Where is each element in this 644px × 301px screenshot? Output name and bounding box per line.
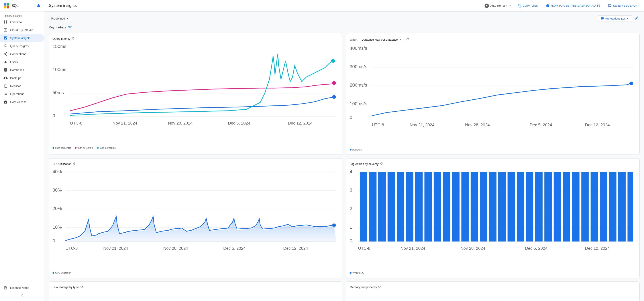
legend-warning: WARNING [350,271,364,274]
svg-text:Dec 12, 2024: Dec 12, 2024 [585,123,610,127]
query-latency-svg: 150ms 100ms 50ms 0 [52,42,339,144]
send-feedback-button[interactable]: SEND FEEDBACK [606,3,640,9]
how-to-use-button[interactable]: HOW TO USE THIS DASHBOARD [544,3,602,9]
legend-dot-postgres [350,149,352,151]
person-icon [4,60,8,64]
svg-rect-65 [360,172,367,241]
notification-bell-icon[interactable] [36,4,40,8]
legend-dot-50th [52,147,54,149]
svg-text:50ms: 50ms [52,90,64,95]
query-latency-refresh-icon[interactable] [72,37,75,41]
svg-text:Nov 28, 2024: Nov 28, 2024 [168,121,192,125]
sidebar-item-label-query-insights: Query insights [10,44,28,48]
svg-rect-67 [378,172,386,241]
legend-label-95th: 95th percentile [78,147,93,149]
svg-text:Dec 5, 2024: Dec 5, 2024 [228,121,250,125]
memory-components-refresh-icon[interactable] [378,285,381,289]
sidebar-item-cloud-sql-studio[interactable]: Cloud SQL Studio [0,26,44,34]
svg-rect-77 [470,172,478,241]
svg-rect-74 [443,172,450,241]
widget-label: Widget [350,38,357,41]
svg-point-16 [331,59,335,63]
annotations-button[interactable]: Annotations (1) [598,15,632,22]
sidebar-item-databases[interactable]: Databases [0,66,44,74]
svg-text:1: 1 [350,224,352,229]
sidebar-item-query-insights[interactable]: Query insights [0,42,44,50]
svg-rect-76 [462,172,469,241]
svg-rect-78 [480,172,487,241]
notes-icon [4,286,8,290]
predefined-button[interactable]: Predefined [49,16,72,22]
disk-storage-placeholder: Loading chart data... [52,291,339,301]
log-entries-refresh-icon[interactable] [380,162,383,166]
sidebar-item-connections[interactable]: Connections [0,50,44,58]
cpu-utilization-label: CPU utilization [52,162,72,166]
query-latency-label: Query latency [52,37,70,40]
auto-refresh-label: Auto Refresh [490,4,507,7]
svg-rect-68 [388,172,395,241]
svg-rect-92 [609,172,616,241]
sidebar-item-overview[interactable]: Overview [0,18,44,26]
memory-components-label: Memory components [350,285,376,289]
legend-50th: 50th percentile [52,147,71,149]
svg-text:200ms/s: 200ms/s [350,82,367,88]
svg-text:UTC-8: UTC-8 [372,123,384,127]
cpu-chart: 40% 30% 20% 10% 0 [52,168,339,270]
edit-button[interactable] [634,15,640,22]
sidebar-item-label-system-insights: System insights [10,36,30,40]
sidebar-item-release-notes[interactable]: Release Notes [0,284,44,292]
query-latency-title: Query latency [52,37,339,41]
svg-text:Nov 28, 2024: Nov 28, 2024 [465,123,490,127]
sidebar-item-label-replicas: Replicas [10,84,21,88]
log-entries-svg: 4 3 2 1 0 [350,168,636,269]
content-area: Predefined Annotations (1) Key metrics [44,12,644,301]
disk-storage-refresh-icon[interactable] [80,285,83,289]
annotations-icon [601,17,604,20]
log-entries-title: Log entries by severity [350,162,636,166]
memory-components-card: Memory components Loading chart data... [346,281,640,301]
log-entries-card: Log entries by severity 4 3 2 1 0 [346,158,640,278]
external-link-icon [597,4,600,7]
sidebar-item-corp-access[interactable]: Corp Access [0,98,44,106]
sidebar-item-system-insights[interactable]: System insights [0,34,44,42]
copy-link-button[interactable]: COPY LINK [516,3,540,9]
legend-99th: 99th percentile [97,147,116,149]
svg-text:10%: 10% [52,224,62,229]
svg-point-15 [332,81,336,85]
key-metrics-section-title: Key metrics [49,25,640,30]
db-load-refresh-icon[interactable] [406,38,409,42]
sidebar-item-users[interactable]: Users [0,58,44,66]
page-title: System insights [49,3,77,8]
db-load-card: Widget Database load per database 400ms/… [346,33,640,155]
svg-point-5 [486,5,488,7]
svg-rect-69 [397,172,404,241]
svg-text:30%: 30% [52,187,62,192]
sidebar-item-label-users: Users [10,60,18,64]
predefined-label: Predefined [51,17,65,20]
sidebar-item-operations[interactable]: Operations [0,90,44,98]
cpu-refresh-icon[interactable] [73,162,76,166]
legend-cpu: CPU utilization [52,271,71,274]
svg-text:Nov 21, 2024: Nov 21, 2024 [410,123,434,127]
widget-dropdown-value: Database load per database [362,38,398,41]
widget-dropdown[interactable]: Database load per database [359,37,404,42]
key-metrics-link-icon[interactable] [68,25,72,30]
svg-text:Nov 28, 2024: Nov 28, 2024 [460,246,485,251]
svg-text:UTC-8: UTC-8 [66,246,78,251]
svg-rect-2 [7,3,9,6]
svg-rect-87 [563,172,570,241]
log-entries-chart: 4 3 2 1 0 [350,168,636,270]
svg-rect-85 [544,172,552,241]
svg-rect-93 [618,172,626,241]
auto-refresh-control[interactable]: Auto Refresh [484,4,512,8]
svg-text:Nov 28, 2024: Nov 28, 2024 [163,246,188,251]
sidebar-item-replicas[interactable]: Replicas [0,82,44,90]
svg-text:0: 0 [350,115,352,120]
sidebar-item-backups[interactable]: Backups [0,74,44,82]
disk-storage-card: Disk storage by type Loading chart data.… [49,281,342,301]
svg-point-14 [332,95,336,99]
topbar: System insights Auto Refresh COPY LINK H… [44,0,644,12]
sidebar-collapse-button[interactable] [0,292,44,299]
svg-rect-3 [4,6,6,9]
auto-refresh-dot-icon [484,4,489,8]
